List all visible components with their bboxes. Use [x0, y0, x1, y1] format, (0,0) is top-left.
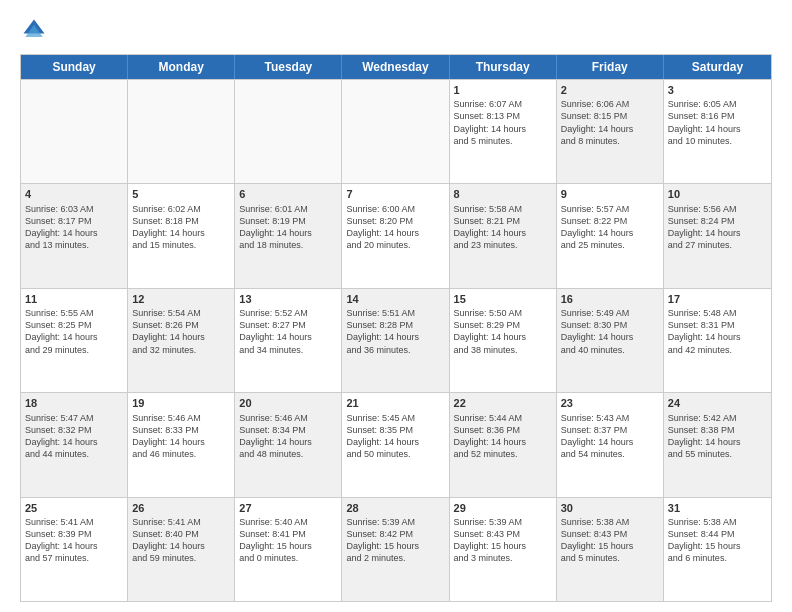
- day-info: Sunrise: 5:51 AM Sunset: 8:28 PM Dayligh…: [346, 307, 444, 356]
- cal-cell-11: 11Sunrise: 5:55 AM Sunset: 8:25 PM Dayli…: [21, 289, 128, 392]
- cal-cell-30: 30Sunrise: 5:38 AM Sunset: 8:43 PM Dayli…: [557, 498, 664, 601]
- day-number: 2: [561, 83, 659, 97]
- day-info: Sunrise: 6:01 AM Sunset: 8:19 PM Dayligh…: [239, 203, 337, 252]
- cal-cell-1: 1Sunrise: 6:07 AM Sunset: 8:13 PM Daylig…: [450, 80, 557, 183]
- cal-cell-8: 8Sunrise: 5:58 AM Sunset: 8:21 PM Daylig…: [450, 184, 557, 287]
- day-info: Sunrise: 5:39 AM Sunset: 8:42 PM Dayligh…: [346, 516, 444, 565]
- cal-row-1: 4Sunrise: 6:03 AM Sunset: 8:17 PM Daylig…: [21, 183, 771, 287]
- day-number: 18: [25, 396, 123, 410]
- cal-header-monday: Monday: [128, 55, 235, 79]
- day-number: 7: [346, 187, 444, 201]
- cal-cell-20: 20Sunrise: 5:46 AM Sunset: 8:34 PM Dayli…: [235, 393, 342, 496]
- day-info: Sunrise: 5:38 AM Sunset: 8:43 PM Dayligh…: [561, 516, 659, 565]
- cal-cell-21: 21Sunrise: 5:45 AM Sunset: 8:35 PM Dayli…: [342, 393, 449, 496]
- cal-cell-19: 19Sunrise: 5:46 AM Sunset: 8:33 PM Dayli…: [128, 393, 235, 496]
- day-info: Sunrise: 5:50 AM Sunset: 8:29 PM Dayligh…: [454, 307, 552, 356]
- cal-cell-25: 25Sunrise: 5:41 AM Sunset: 8:39 PM Dayli…: [21, 498, 128, 601]
- cal-cell-empty-2: [235, 80, 342, 183]
- day-info: Sunrise: 5:48 AM Sunset: 8:31 PM Dayligh…: [668, 307, 767, 356]
- day-info: Sunrise: 5:46 AM Sunset: 8:34 PM Dayligh…: [239, 412, 337, 461]
- cal-header-saturday: Saturday: [664, 55, 771, 79]
- day-info: Sunrise: 5:41 AM Sunset: 8:39 PM Dayligh…: [25, 516, 123, 565]
- cal-cell-10: 10Sunrise: 5:56 AM Sunset: 8:24 PM Dayli…: [664, 184, 771, 287]
- day-number: 30: [561, 501, 659, 515]
- day-info: Sunrise: 5:57 AM Sunset: 8:22 PM Dayligh…: [561, 203, 659, 252]
- day-info: Sunrise: 6:05 AM Sunset: 8:16 PM Dayligh…: [668, 98, 767, 147]
- page: SundayMondayTuesdayWednesdayThursdayFrid…: [0, 0, 792, 612]
- day-info: Sunrise: 5:56 AM Sunset: 8:24 PM Dayligh…: [668, 203, 767, 252]
- day-info: Sunrise: 5:43 AM Sunset: 8:37 PM Dayligh…: [561, 412, 659, 461]
- cal-cell-empty-1: [128, 80, 235, 183]
- day-number: 1: [454, 83, 552, 97]
- day-number: 23: [561, 396, 659, 410]
- cal-cell-empty-0: [21, 80, 128, 183]
- day-info: Sunrise: 5:38 AM Sunset: 8:44 PM Dayligh…: [668, 516, 767, 565]
- day-info: Sunrise: 6:02 AM Sunset: 8:18 PM Dayligh…: [132, 203, 230, 252]
- cal-row-4: 25Sunrise: 5:41 AM Sunset: 8:39 PM Dayli…: [21, 497, 771, 601]
- day-info: Sunrise: 5:44 AM Sunset: 8:36 PM Dayligh…: [454, 412, 552, 461]
- cal-cell-17: 17Sunrise: 5:48 AM Sunset: 8:31 PM Dayli…: [664, 289, 771, 392]
- day-number: 24: [668, 396, 767, 410]
- cal-cell-12: 12Sunrise: 5:54 AM Sunset: 8:26 PM Dayli…: [128, 289, 235, 392]
- cal-cell-13: 13Sunrise: 5:52 AM Sunset: 8:27 PM Dayli…: [235, 289, 342, 392]
- day-number: 16: [561, 292, 659, 306]
- cal-row-0: 1Sunrise: 6:07 AM Sunset: 8:13 PM Daylig…: [21, 79, 771, 183]
- cal-header-sunday: Sunday: [21, 55, 128, 79]
- day-info: Sunrise: 6:07 AM Sunset: 8:13 PM Dayligh…: [454, 98, 552, 147]
- day-number: 19: [132, 396, 230, 410]
- day-info: Sunrise: 6:00 AM Sunset: 8:20 PM Dayligh…: [346, 203, 444, 252]
- cal-header-thursday: Thursday: [450, 55, 557, 79]
- day-info: Sunrise: 5:46 AM Sunset: 8:33 PM Dayligh…: [132, 412, 230, 461]
- day-number: 11: [25, 292, 123, 306]
- day-number: 25: [25, 501, 123, 515]
- cal-row-2: 11Sunrise: 5:55 AM Sunset: 8:25 PM Dayli…: [21, 288, 771, 392]
- day-info: Sunrise: 5:58 AM Sunset: 8:21 PM Dayligh…: [454, 203, 552, 252]
- day-number: 22: [454, 396, 552, 410]
- day-number: 10: [668, 187, 767, 201]
- day-number: 21: [346, 396, 444, 410]
- cal-cell-6: 6Sunrise: 6:01 AM Sunset: 8:19 PM Daylig…: [235, 184, 342, 287]
- cal-cell-15: 15Sunrise: 5:50 AM Sunset: 8:29 PM Dayli…: [450, 289, 557, 392]
- cal-cell-4: 4Sunrise: 6:03 AM Sunset: 8:17 PM Daylig…: [21, 184, 128, 287]
- day-info: Sunrise: 5:45 AM Sunset: 8:35 PM Dayligh…: [346, 412, 444, 461]
- cal-header-wednesday: Wednesday: [342, 55, 449, 79]
- day-number: 6: [239, 187, 337, 201]
- day-number: 20: [239, 396, 337, 410]
- cal-header-friday: Friday: [557, 55, 664, 79]
- day-info: Sunrise: 5:54 AM Sunset: 8:26 PM Dayligh…: [132, 307, 230, 356]
- day-info: Sunrise: 5:42 AM Sunset: 8:38 PM Dayligh…: [668, 412, 767, 461]
- cal-cell-27: 27Sunrise: 5:40 AM Sunset: 8:41 PM Dayli…: [235, 498, 342, 601]
- cal-cell-3: 3Sunrise: 6:05 AM Sunset: 8:16 PM Daylig…: [664, 80, 771, 183]
- day-info: Sunrise: 6:03 AM Sunset: 8:17 PM Dayligh…: [25, 203, 123, 252]
- cal-cell-28: 28Sunrise: 5:39 AM Sunset: 8:42 PM Dayli…: [342, 498, 449, 601]
- cal-cell-14: 14Sunrise: 5:51 AM Sunset: 8:28 PM Dayli…: [342, 289, 449, 392]
- calendar: SundayMondayTuesdayWednesdayThursdayFrid…: [20, 54, 772, 602]
- day-info: Sunrise: 5:41 AM Sunset: 8:40 PM Dayligh…: [132, 516, 230, 565]
- day-info: Sunrise: 5:52 AM Sunset: 8:27 PM Dayligh…: [239, 307, 337, 356]
- logo-icon: [20, 16, 48, 44]
- day-number: 15: [454, 292, 552, 306]
- day-number: 5: [132, 187, 230, 201]
- day-info: Sunrise: 5:40 AM Sunset: 8:41 PM Dayligh…: [239, 516, 337, 565]
- day-info: Sunrise: 5:55 AM Sunset: 8:25 PM Dayligh…: [25, 307, 123, 356]
- day-info: Sunrise: 5:49 AM Sunset: 8:30 PM Dayligh…: [561, 307, 659, 356]
- day-number: 29: [454, 501, 552, 515]
- day-info: Sunrise: 5:39 AM Sunset: 8:43 PM Dayligh…: [454, 516, 552, 565]
- day-number: 17: [668, 292, 767, 306]
- cal-cell-29: 29Sunrise: 5:39 AM Sunset: 8:43 PM Dayli…: [450, 498, 557, 601]
- day-number: 13: [239, 292, 337, 306]
- cal-row-3: 18Sunrise: 5:47 AM Sunset: 8:32 PM Dayli…: [21, 392, 771, 496]
- cal-cell-24: 24Sunrise: 5:42 AM Sunset: 8:38 PM Dayli…: [664, 393, 771, 496]
- day-number: 26: [132, 501, 230, 515]
- logo: [20, 16, 52, 44]
- day-number: 3: [668, 83, 767, 97]
- cal-cell-16: 16Sunrise: 5:49 AM Sunset: 8:30 PM Dayli…: [557, 289, 664, 392]
- cal-cell-5: 5Sunrise: 6:02 AM Sunset: 8:18 PM Daylig…: [128, 184, 235, 287]
- day-number: 31: [668, 501, 767, 515]
- cal-cell-23: 23Sunrise: 5:43 AM Sunset: 8:37 PM Dayli…: [557, 393, 664, 496]
- day-number: 27: [239, 501, 337, 515]
- cal-cell-empty-3: [342, 80, 449, 183]
- cal-cell-7: 7Sunrise: 6:00 AM Sunset: 8:20 PM Daylig…: [342, 184, 449, 287]
- cal-cell-26: 26Sunrise: 5:41 AM Sunset: 8:40 PM Dayli…: [128, 498, 235, 601]
- day-number: 14: [346, 292, 444, 306]
